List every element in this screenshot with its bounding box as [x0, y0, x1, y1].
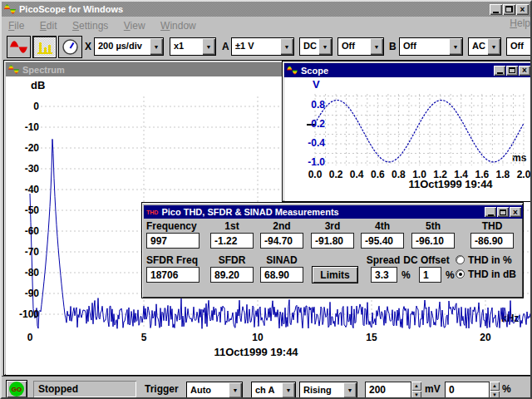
maximize-button[interactable] — [497, 207, 509, 217]
chevron-down-icon[interactable]: ▼ — [282, 382, 295, 398]
window-title: PicoScope for Windows — [19, 4, 123, 14]
tick-label: 20 — [475, 332, 495, 343]
toolbar: X 200 µs/div ▼ x1 ▼ A ±1 V ▼ DC ▼ Off ▼ … — [2, 32, 532, 59]
close-icon: × — [522, 66, 527, 75]
tick-label: 0.2 — [296, 118, 325, 130]
channel-b-range-select[interactable]: Off ▼ — [399, 37, 463, 56]
scope-title-bar[interactable]: Scope × — [284, 63, 532, 77]
close-button[interactable]: × — [516, 4, 529, 15]
picoscope-app-window: PicoScope for Windows × File Edit Settin… — [0, 0, 532, 399]
minimize-button[interactable] — [490, 4, 502, 15]
tick-label: -10 — [4, 121, 39, 133]
thd-in-db-radio[interactable] — [456, 269, 465, 278]
harmonic-4-field[interactable]: -95.40 — [361, 233, 404, 249]
tick-label: 0 — [4, 101, 39, 112]
trigger-mode-select[interactable]: Auto ▼ — [186, 382, 243, 399]
minimize-button[interactable] — [485, 207, 496, 217]
channel-a-range-select[interactable]: ±1 V ▼ — [231, 37, 294, 56]
status-separator — [2, 376, 532, 377]
chevron-down-icon[interactable]: ▼ — [229, 382, 242, 398]
harmonic-5-label: 5th — [411, 220, 455, 232]
chevron-down-icon[interactable]: ▼ — [487, 38, 500, 55]
meter-view-button[interactable] — [58, 36, 82, 58]
harmonic-1-label: 1st — [210, 220, 254, 232]
channel-a-coupling-select[interactable]: DC ▼ — [299, 37, 332, 56]
menu-file[interactable]: File — [8, 20, 24, 32]
trigger-edge-select[interactable]: Rising ▼ — [299, 382, 357, 399]
restore-icon — [505, 6, 513, 12]
arrow-down-icon[interactable]: ▼ — [411, 391, 421, 399]
status-bar: GO Stopped Trigger Auto ▼ ch A ▼ Rising … — [2, 377, 532, 399]
chevron-down-icon[interactable]: ▼ — [449, 38, 462, 55]
arrow-up-icon[interactable]: ▲ — [490, 382, 500, 391]
spectrum-window-title: Spectrum — [22, 65, 65, 75]
multiplier-select[interactable]: x1 ▼ — [170, 37, 216, 56]
harmonic-5-field[interactable]: -96.10 — [411, 233, 455, 249]
minimize-icon — [488, 214, 494, 216]
minimize-button[interactable] — [494, 66, 505, 76]
harmonic-3-label: 3rd — [311, 220, 354, 232]
chevron-down-icon[interactable]: ▼ — [280, 38, 293, 55]
chevron-down-icon[interactable]: ▼ — [370, 38, 383, 55]
restore-button[interactable] — [503, 4, 515, 15]
menu-edit[interactable]: Edit — [40, 20, 57, 32]
threshold-stepper[interactable]: ▲▼ — [411, 382, 421, 399]
harmonic-3-field[interactable]: -91.80 — [311, 233, 354, 249]
channel-b-coupling-select[interactable]: AC ▼ — [468, 37, 501, 56]
chevron-down-icon[interactable]: ▼ — [343, 382, 357, 398]
tick-label: -60 — [4, 225, 39, 237]
tick-label: 0 — [20, 332, 40, 343]
trigger-threshold-input[interactable]: 200 — [365, 382, 411, 399]
tick-label: -50 — [4, 204, 39, 216]
channel-b-label: B — [389, 41, 397, 52]
dc-offset-field[interactable]: 1 — [419, 267, 441, 283]
sfdr-field[interactable]: 89.20 — [210, 267, 254, 283]
scope-view-button[interactable] — [7, 36, 31, 58]
trigger-channel-select[interactable]: ch A ▼ — [251, 382, 296, 399]
thd-in-db-label: THD in dB — [468, 268, 516, 280]
menu-view[interactable]: View — [124, 20, 145, 32]
sinad-field[interactable]: 68.90 — [260, 267, 303, 283]
channel-a-option-select[interactable]: Off ▼ — [337, 37, 384, 56]
trigger-edge-value: Rising — [300, 382, 343, 398]
spread-field[interactable]: 3.3 — [371, 267, 397, 283]
chevron-down-icon[interactable]: ▼ — [202, 38, 215, 55]
tick-label: -100 — [4, 308, 39, 320]
harmonic-1-field[interactable]: -1.22 — [210, 233, 254, 249]
scope-timestamp: 11Oct1999 19:44 — [334, 178, 532, 190]
go-button[interactable]: GO — [6, 380, 27, 398]
hysteresis-stepper[interactable]: ▲▼ — [490, 382, 500, 399]
arrow-down-icon[interactable]: ▼ — [490, 391, 500, 399]
sfdr-freq-label: SFDR Freq — [146, 254, 198, 266]
gauge-icon — [62, 39, 78, 55]
timebase-select[interactable]: 200 µs/div ▼ — [94, 37, 164, 56]
picoscope-logo-icon — [287, 66, 298, 75]
chevron-down-icon[interactable]: ▼ — [150, 38, 163, 55]
spectrum-view-button[interactable] — [32, 36, 57, 58]
hysteresis-input[interactable]: 0 — [445, 382, 490, 399]
maximize-icon — [500, 209, 506, 215]
picoscope-logo-icon — [4, 4, 16, 14]
menu-help[interactable]: Help — [510, 17, 530, 29]
menu-settings[interactable]: Settings — [72, 20, 108, 32]
status-text: Stopped — [33, 381, 136, 397]
arrow-up-icon[interactable]: ▲ — [411, 382, 421, 391]
sfdr-freq-field[interactable]: 18706 — [146, 267, 200, 283]
channel-b-option-select[interactable]: Off — [506, 37, 532, 56]
measurements-window-title: Pico THD, SFDR & SINAD Measurements — [161, 207, 338, 217]
close-button[interactable]: × — [519, 66, 530, 76]
bar-spectrum-icon — [37, 41, 52, 54]
thd-in-percent-radio[interactable] — [456, 255, 465, 264]
chevron-down-icon[interactable]: ▼ — [318, 38, 332, 55]
frequency-field[interactable]: 997 — [146, 233, 200, 249]
harmonic-2-field[interactable]: -94.70 — [260, 233, 303, 249]
thd-field[interactable]: -86.90 — [470, 233, 514, 249]
limits-button[interactable]: Limits — [312, 266, 358, 283]
measurements-title-bar[interactable]: THD Pico THD, SFDR & SINAD Measurements … — [144, 205, 523, 219]
menu-window[interactable]: Window — [160, 20, 196, 32]
timebase-label: X — [85, 41, 91, 52]
close-button[interactable]: × — [510, 207, 521, 217]
title-bar[interactable]: PicoScope for Windows × — [2, 2, 530, 17]
sine-wave-icon — [10, 41, 27, 53]
maximize-button[interactable] — [506, 66, 518, 76]
